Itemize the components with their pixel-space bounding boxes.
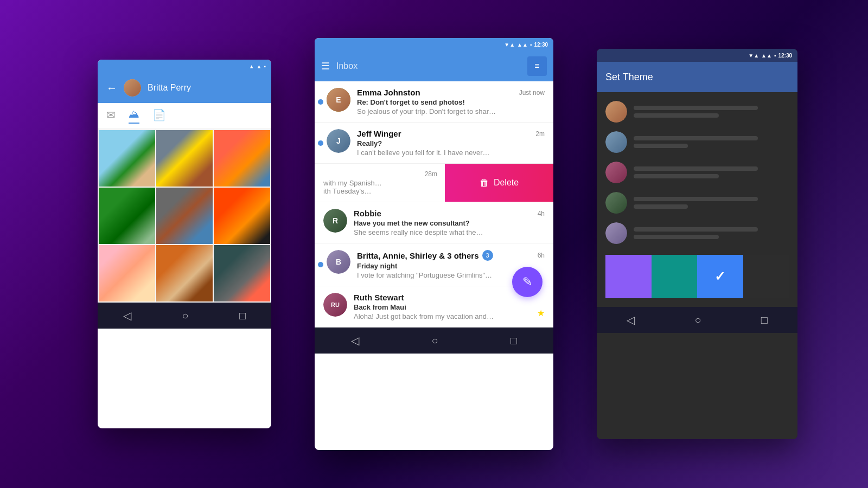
gallery-item-rocks[interactable] <box>156 188 213 244</box>
email-item-emma[interactable]: E Emma Johnston Just now Re: Don't forge… <box>315 81 553 123</box>
center-nav-back[interactable]: ◁ <box>351 334 359 347</box>
theme-item-1[interactable] <box>605 101 789 123</box>
left-nav-back[interactable]: ◁ <box>123 309 131 322</box>
theme-lines-2 <box>634 136 789 148</box>
theme-line-5b <box>634 235 719 239</box>
right-nav-recents[interactable]: □ <box>761 314 768 326</box>
gallery-item-fire[interactable] <box>214 188 270 244</box>
center-nav-recents[interactable]: □ <box>510 335 517 347</box>
theme-toolbar: Set Theme <box>597 62 797 92</box>
back-icon[interactable]: ← <box>106 82 117 94</box>
avatar-britta: B <box>327 250 350 274</box>
avatar-emma: E <box>327 88 350 112</box>
inbox-menu-button[interactable]: ≡ <box>527 56 547 76</box>
gallery-item-child[interactable] <box>99 245 155 301</box>
sender-robbie: Robbie <box>354 209 381 218</box>
gallery-item-sunset[interactable] <box>214 130 270 187</box>
unread-dot-jeff <box>318 140 323 146</box>
swatch-purple[interactable] <box>605 255 652 298</box>
tab-image-icon[interactable]: ⛰ <box>129 108 139 124</box>
left-battery-icon: ▪ <box>264 63 266 69</box>
star-icon-ruth: ★ <box>537 308 545 318</box>
screens-container: ▲ ▲ ▪ ← Britta Perry ✉ ⛰ 📄 <box>0 0 868 488</box>
email-item-jeff[interactable]: J Jeff Winger 2m Really? I can't believe… <box>315 123 553 164</box>
compose-fab[interactable]: ✎ <box>512 267 542 297</box>
right-nav-back[interactable]: ◁ <box>627 313 635 326</box>
swatch-teal[interactable] <box>652 255 698 298</box>
phone-left: ▲ ▲ ▪ ← Britta Perry ✉ ⛰ 📄 <box>98 60 271 428</box>
right-nav-home[interactable]: ○ <box>694 314 701 326</box>
gallery-item-forest[interactable] <box>99 188 155 244</box>
left-nav-bar: ◁ ○ □ <box>98 303 271 329</box>
theme-line-3b <box>634 174 719 178</box>
theme-avatar-1 <box>605 101 627 123</box>
theme-lines-4 <box>634 197 789 209</box>
center-status-icons: ▼▲ ▲▲ ▪ 12:30 <box>504 42 548 48</box>
left-nav-home[interactable]: ○ <box>182 310 188 322</box>
left-signal-icon: ▲ <box>257 63 262 69</box>
preview-robbie: She seems really nice despite what the… <box>354 228 545 236</box>
hamburger-icon[interactable]: ☰ <box>321 60 330 72</box>
subject-robbie: Have you met the new consultant? <box>354 219 545 227</box>
theme-lines-3 <box>634 166 789 178</box>
preview-jeff: I can't believe you fell for it. I have … <box>357 149 545 157</box>
right-battery-icon: ▪ <box>774 53 776 59</box>
left-nav-recents[interactable]: □ <box>239 310 246 322</box>
theme-line-2a <box>634 136 758 140</box>
theme-item-3[interactable] <box>605 162 789 183</box>
theme-line-4b <box>634 204 688 209</box>
theme-avatar-4 <box>605 192 627 214</box>
preview-sarah-1: with my Spanish… <box>323 179 437 187</box>
inbox-toolbar: ☰ Inbox ≡ <box>315 51 553 81</box>
left-status-icons: ▲ ▲ ▪ <box>249 63 266 69</box>
theme-title: Set Theme <box>605 72 653 83</box>
theme-avatar-3 <box>605 162 627 183</box>
unread-dot-emma <box>318 99 323 105</box>
left-status-bar: ▲ ▲ ▪ <box>98 60 271 73</box>
center-battery-icon: ▪ <box>530 42 532 48</box>
center-nav-home[interactable]: ○ <box>431 335 438 347</box>
email-content-ruth: Ruth Stewart Back from Maui Aloha! Just … <box>354 293 545 320</box>
time-sarah: 28m <box>425 170 437 178</box>
theme-item-2[interactable] <box>605 131 789 153</box>
tab-file-icon[interactable]: 📄 <box>152 108 166 124</box>
swatch-dark[interactable] <box>743 255 789 298</box>
delete-action[interactable]: 🗑 Delete <box>445 164 553 202</box>
time-britta: 6h <box>538 252 545 259</box>
theme-lines-1 <box>634 106 789 118</box>
trash-icon: 🗑 <box>480 177 489 189</box>
avatar-robbie: R <box>323 209 347 233</box>
preview-sarah-2: ith Tuesday's… <box>323 187 437 195</box>
subject-ruth: Back from Maui <box>354 303 545 311</box>
theme-avatar-2 <box>605 131 627 153</box>
theme-line-3a <box>634 166 758 171</box>
avatar-ruth: RU <box>323 293 347 317</box>
time-jeff: 2m <box>535 130 545 138</box>
sender-emma: Emma Johnston <box>357 88 420 97</box>
gallery-item-camera[interactable] <box>214 245 270 301</box>
sender-britta: Britta, Annie, Shirley & 3 others <box>357 251 479 260</box>
delete-label: Delete <box>494 178 519 188</box>
theme-avatar-5 <box>605 222 627 244</box>
right-bars-icon: ▲▲ <box>761 53 772 59</box>
email-item-robbie[interactable]: R Robbie 4h Have you met the new consult… <box>315 202 553 243</box>
email-partial[interactable]: 28m with my Spanish… ith Tuesday's… <box>315 164 446 202</box>
theme-item-5[interactable] <box>605 222 789 244</box>
badge-britta: 3 <box>482 250 493 261</box>
swatch-blue[interactable]: ✓ <box>697 255 743 298</box>
center-status-bar: ▼▲ ▲▲ ▪ 12:30 <box>315 38 553 51</box>
gallery-item-street[interactable] <box>156 130 213 187</box>
email-list: E Emma Johnston Just now Re: Don't forge… <box>315 81 553 328</box>
gallery-toolbar: ← Britta Perry <box>98 73 271 103</box>
right-status-icons: ▼▲ ▲▲ ▪ 12:30 <box>748 53 792 59</box>
checkmark-icon: ✓ <box>714 269 725 284</box>
center-nav-bar: ◁ ○ □ <box>315 328 553 354</box>
right-time: 12:30 <box>778 53 792 59</box>
email-content-jeff: Jeff Winger 2m Really? I can't believe y… <box>357 129 545 157</box>
tab-mail-icon[interactable]: ✉ <box>106 108 116 124</box>
theme-item-4[interactable] <box>605 192 789 214</box>
gallery-item-beach[interactable] <box>99 130 155 187</box>
inbox-search-label[interactable]: Inbox <box>336 61 521 71</box>
theme-line-2b <box>634 144 688 148</box>
gallery-item-food[interactable] <box>156 245 213 301</box>
